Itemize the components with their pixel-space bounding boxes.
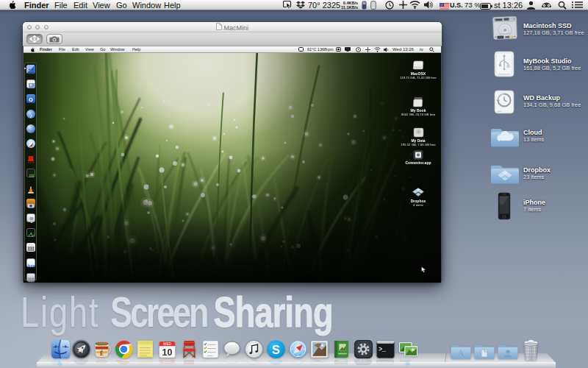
- svg-text:GR: GR: [29, 174, 35, 178]
- svg-text:S: S: [272, 360, 280, 362]
- svg-text:É: É: [100, 350, 104, 357]
- svg-text:10: 10: [162, 347, 173, 358]
- svg-text:>_: >_: [379, 346, 386, 353]
- svg-text:WED: WED: [163, 342, 172, 346]
- svg-text:box: box: [28, 263, 36, 268]
- svg-text:WED: WED: [163, 360, 171, 363]
- svg-text:♪: ♪: [29, 113, 32, 119]
- svg-text:A: A: [458, 348, 465, 358]
- svg-text:S: S: [272, 343, 280, 357]
